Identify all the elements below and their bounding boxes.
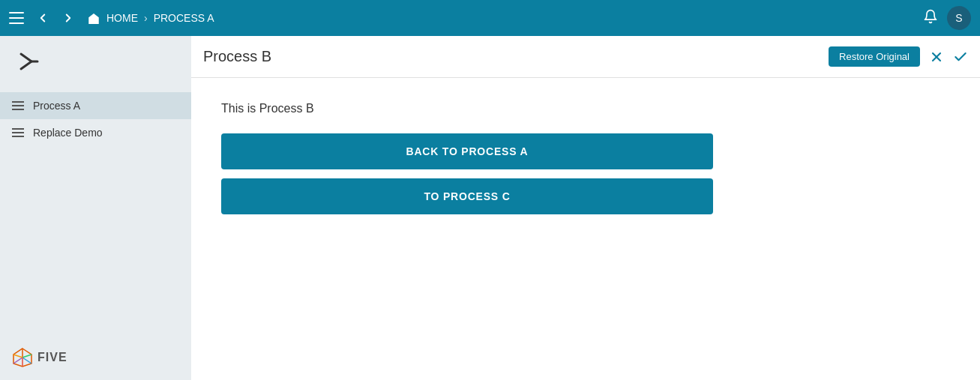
sidebar-item-label: Replace Demo <box>33 127 103 139</box>
menu-lines-icon <box>12 101 24 110</box>
menu-icon[interactable] <box>9 12 24 24</box>
process-description: This is Process B <box>221 102 950 115</box>
home-icon[interactable] <box>87 12 100 24</box>
topbar-left: HOME › PROCESS A <box>9 11 923 25</box>
svg-line-8 <box>13 358 22 364</box>
svg-rect-0 <box>9 12 24 13</box>
content-body: This is Process B BACK TO PROCESS A TO P… <box>191 78 980 380</box>
sidebar-footer: FIVE <box>0 335 191 380</box>
svg-rect-1 <box>9 17 24 19</box>
breadcrumb-separator: › <box>144 12 148 24</box>
svg-line-9 <box>13 355 22 358</box>
five-logo-text: FIVE <box>37 351 67 364</box>
share-icon[interactable] <box>15 48 42 80</box>
menu-lines-icon <box>12 128 24 137</box>
svg-line-5 <box>22 355 31 358</box>
home-label[interactable]: HOME <box>106 12 138 24</box>
avatar-letter: S <box>955 12 962 24</box>
content-area: Process B Restore Original This is Proce… <box>191 36 980 380</box>
confirm-icon[interactable] <box>953 49 968 64</box>
back-to-process-a-button[interactable]: BACK TO PROCESS A <box>221 133 713 169</box>
avatar[interactable]: S <box>947 6 971 30</box>
content-title: Process B <box>203 48 829 65</box>
restore-original-button[interactable]: Restore Original <box>829 46 920 67</box>
forward-icon[interactable] <box>61 11 75 25</box>
close-icon[interactable] <box>929 49 944 64</box>
five-logo-icon <box>12 347 33 368</box>
sidebar-logo-area <box>0 36 191 92</box>
sidebar-item-replace-demo[interactable]: Replace Demo <box>0 119 191 146</box>
process-label: PROCESS A <box>154 12 214 24</box>
notification-bell-icon[interactable] <box>923 9 938 28</box>
five-logo: FIVE <box>12 347 67 368</box>
sidebar-item-process-a[interactable]: Process A <box>0 92 191 119</box>
to-process-c-button[interactable]: TO PROCESS C <box>221 178 713 214</box>
topbar: HOME › PROCESS A S <box>0 0 980 36</box>
svg-line-6 <box>22 358 31 364</box>
header-actions: Restore Original <box>829 46 968 67</box>
back-icon[interactable] <box>36 11 49 25</box>
sidebar-item-label: Process A <box>33 100 80 112</box>
sidebar: Process A Replace Demo <box>0 36 191 380</box>
content-header: Process B Restore Original <box>191 36 980 78</box>
breadcrumb: HOME › PROCESS A <box>87 12 214 24</box>
topbar-right: S <box>923 6 971 30</box>
svg-rect-2 <box>9 22 24 24</box>
sidebar-items: Process A Replace Demo <box>0 92 191 335</box>
main-layout: Process A Replace Demo <box>0 36 980 380</box>
